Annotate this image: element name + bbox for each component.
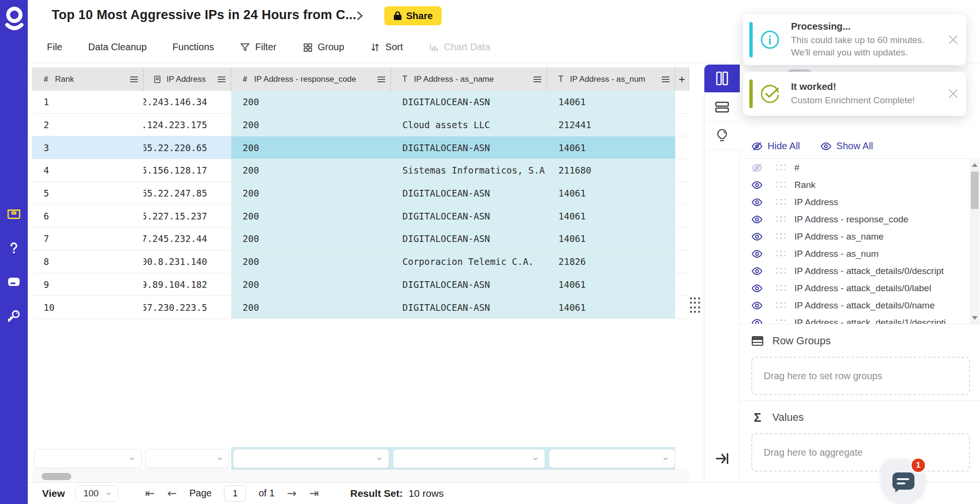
column-menu-icon[interactable] xyxy=(217,76,226,83)
close-icon[interactable] xyxy=(948,34,958,45)
cell-ip[interactable]: 159.89.104.182 xyxy=(144,274,231,296)
column-header-response-code[interactable]: # IP Address - response_code xyxy=(231,67,391,91)
cell-response-code[interactable]: 200 xyxy=(231,91,391,113)
scroll-up-arrow-icon[interactable] xyxy=(972,163,978,167)
drag-handle-icon[interactable] xyxy=(776,251,787,257)
title-expand-chevron-icon[interactable] xyxy=(353,10,366,22)
column-menu-icon[interactable] xyxy=(377,76,386,83)
cell-rank[interactable]: 9 xyxy=(32,274,144,296)
eye-icon[interactable] xyxy=(751,300,763,311)
cell-rank[interactable]: 7 xyxy=(32,228,144,250)
drag-handle-icon[interactable] xyxy=(776,319,787,324)
page-size-select[interactable]: 100 xyxy=(75,485,118,502)
share-button[interactable]: Share xyxy=(384,6,442,25)
cell-ip[interactable]: 165.22.220.65 xyxy=(144,136,231,159)
menu-group[interactable]: Group xyxy=(302,42,345,53)
cell-rank[interactable]: 10 xyxy=(32,296,144,318)
table-row-selected[interactable]: 3 165.22.220.65 200 DIGITALOCEAN-ASN 140… xyxy=(32,136,689,159)
last-page-button[interactable]: ⇥ xyxy=(309,488,319,499)
cell-as-num[interactable]: 14061 xyxy=(547,205,675,227)
menu-functions[interactable]: Functions xyxy=(173,42,214,53)
cell-response-code[interactable]: 200 xyxy=(231,182,391,205)
drag-handle-icon[interactable] xyxy=(776,285,787,292)
cell-as-num[interactable]: 14061 xyxy=(547,296,675,318)
cell-ip[interactable]: 200.8.231.140 xyxy=(144,251,231,273)
cell-response-code[interactable]: 200 xyxy=(231,296,391,318)
eye-icon[interactable] xyxy=(751,197,763,208)
cell-as-num[interactable]: 21826 xyxy=(547,251,675,273)
table-row[interactable]: 2 176.124.223.175 200 Cloud assets LLC 2… xyxy=(32,114,689,137)
drag-handle-icon[interactable] xyxy=(776,268,787,274)
cell-as-name[interactable]: DIGITALOCEAN-ASN xyxy=(391,205,547,227)
hide-all-button[interactable]: Hide All xyxy=(751,141,800,152)
column-header-rank[interactable]: # Rank xyxy=(32,67,144,91)
column-header-ip-address[interactable]: IP Address xyxy=(144,67,231,91)
tab-rows[interactable] xyxy=(704,93,740,121)
eye-icon[interactable] xyxy=(751,265,763,277)
cell-rank[interactable]: 8 xyxy=(32,251,144,273)
close-icon[interactable] xyxy=(948,88,958,99)
cell-as-num[interactable]: 14061 xyxy=(547,91,675,113)
drag-handle-icon[interactable] xyxy=(776,182,787,188)
horizontal-scrollbar-thumb[interactable] xyxy=(42,473,71,480)
add-column-button[interactable]: + xyxy=(675,67,689,91)
cell-as-num[interactable]: 14061 xyxy=(547,182,675,205)
drag-handle-icon[interactable] xyxy=(776,216,787,223)
cell-ip[interactable]: 157.230.223.5 xyxy=(144,296,231,318)
column-menu-icon[interactable] xyxy=(661,76,670,83)
scroll-down-arrow-icon[interactable] xyxy=(972,316,978,320)
table-row[interactable]: 5 165.22.247.85 200 DIGITALOCEAN-ASN 140… xyxy=(32,182,689,205)
cell-rank[interactable]: 4 xyxy=(32,159,144,182)
cell-ip[interactable]: 45.156.128.17 xyxy=(144,159,231,182)
cell-as-name[interactable]: Corporacion Telemic C.A. xyxy=(391,251,547,273)
next-page-button[interactable]: → xyxy=(287,488,297,499)
gigasheet-logo-icon[interactable] xyxy=(5,7,24,33)
filter-input-as-name[interactable] xyxy=(393,449,545,468)
column-header-as-name[interactable]: T IP Address - as_name xyxy=(391,67,547,91)
cell-rank[interactable]: 5 xyxy=(32,182,144,205)
table-row[interactable]: 8 200.8.231.140 200 Corporacion Telemic … xyxy=(32,251,689,274)
table-row[interactable]: 7 157.245.232.44 200 DIGITALOCEAN-ASN 14… xyxy=(32,228,689,251)
filter-input-rank[interactable] xyxy=(34,449,142,468)
cell-response-code[interactable]: 200 xyxy=(231,114,391,136)
drag-handle-icon[interactable] xyxy=(776,302,787,309)
chat-sidebar-icon[interactable] xyxy=(6,274,22,290)
column-menu-icon[interactable] xyxy=(130,76,138,83)
filter-input-as-num[interactable] xyxy=(549,449,675,468)
cell-ip[interactable]: 157.245.232.44 xyxy=(144,228,231,250)
cell-as-name[interactable]: DIGITALOCEAN-ASN xyxy=(391,182,547,205)
table-row[interactable]: 10 157.230.223.5 200 DIGITALOCEAN-ASN 14… xyxy=(32,296,689,319)
menu-file[interactable]: File xyxy=(47,42,62,53)
menu-data-cleanup[interactable]: Data Cleanup xyxy=(88,42,146,53)
cell-response-code[interactable]: 200 xyxy=(231,159,391,182)
panel-resize-handle[interactable] xyxy=(690,297,701,314)
cell-rank[interactable]: 3 xyxy=(32,136,144,159)
cell-ip[interactable]: 165.22.247.85 xyxy=(144,182,231,205)
chat-launcher-button[interactable]: 1 xyxy=(881,459,925,503)
filter-input-ip[interactable] xyxy=(145,449,229,468)
eye-icon[interactable] xyxy=(751,179,763,191)
eye-icon[interactable] xyxy=(751,214,763,225)
eye-icon[interactable] xyxy=(751,317,763,324)
first-page-button[interactable]: ⇤ xyxy=(145,488,155,499)
cell-as-num[interactable]: 14061 xyxy=(547,136,675,159)
cell-as-name[interactable]: DIGITALOCEAN-ASN xyxy=(391,274,547,296)
drag-handle-icon[interactable] xyxy=(776,233,787,240)
cell-as-name[interactable]: DIGITALOCEAN-ASN xyxy=(391,228,547,250)
table-row[interactable]: 1 162.243.146.34 200 DIGITALOCEAN-ASN 14… xyxy=(32,91,689,114)
values-dropzone[interactable]: Drag here to aggregate xyxy=(751,433,970,471)
cell-response-code[interactable]: 200 xyxy=(231,251,391,273)
cell-as-name[interactable]: Sistemas Informaticos, S.A. xyxy=(391,159,547,182)
page-number-input[interactable] xyxy=(224,485,246,502)
menu-filter[interactable]: Filter xyxy=(240,42,276,53)
cell-rank[interactable]: 6 xyxy=(32,205,144,227)
previous-page-button[interactable]: ← xyxy=(167,488,177,499)
cell-response-code[interactable]: 200 xyxy=(231,228,391,250)
cell-rank[interactable]: 2 xyxy=(32,114,144,136)
column-header-as-num[interactable]: T IP Address - as_num xyxy=(547,67,675,91)
cell-ip[interactable]: 176.124.223.175 xyxy=(144,114,231,136)
library-icon[interactable] xyxy=(6,206,22,221)
cell-as-name[interactable]: DIGITALOCEAN-ASN xyxy=(391,296,547,318)
cell-as-num[interactable]: 211680 xyxy=(547,159,675,182)
filter-input-response-code[interactable] xyxy=(233,449,389,468)
